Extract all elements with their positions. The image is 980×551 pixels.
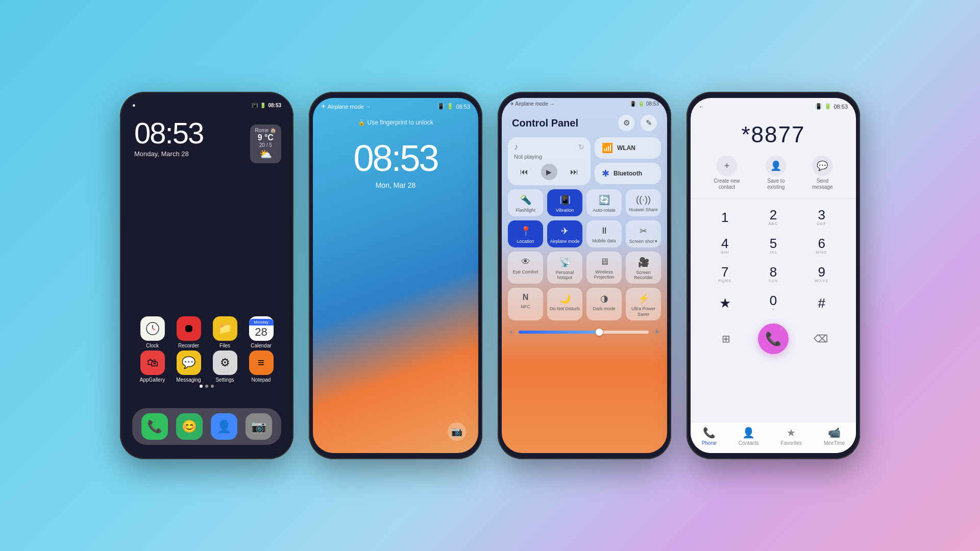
key-2[interactable]: 2 ABC [755,204,792,231]
hotspot-icon: 📡 [559,257,571,268]
toggle-nfc[interactable]: N NFC [508,288,543,320]
dialer-number-display: *8877 [691,112,856,154]
create-contact-button[interactable]: + Create newcontact [714,156,740,190]
lock-status-right: 📳 🔋 08:53 [437,103,470,110]
dialer-status-bar: ← 📳 🔋 08:53 [691,98,856,112]
toggle-eye-comfort[interactable]: 👁 Eye Comfort [508,252,543,284]
messaging-icon: 💬 [177,350,201,375]
notepad-icon: ≡ [249,350,274,375]
bluetooth-button[interactable]: ✱ Bluetooth [595,163,661,184]
recorder-label: Recorder [173,343,205,348]
wireless-proj-icon: 🖥 [600,257,609,267]
home-screen: ● 📳 🔋 08:53 08:53 Monday, March 28 Rome … [124,98,289,453]
delete-button[interactable]: ⌫ [802,325,839,352]
app-messaging[interactable]: 💬 Messaging [173,350,205,383]
wlan-button[interactable]: 📶 WLAN [595,137,661,159]
app-appgallery[interactable]: 🛍 AppGallery [136,350,169,383]
cp-edit-button[interactable]: ✎ [641,115,657,131]
nav-meetme[interactable]: 📹 MeeTime [824,427,845,446]
dialer-left-dot: ← [699,104,704,110]
brightness-control: ☀ ☀ [508,324,661,340]
settings-icon: ⚙ [213,350,237,375]
toggle-wireless-proj[interactable]: 🖥 Wireless Projection [586,252,622,284]
calendar-icon: Monday 28 [249,316,274,341]
app-files[interactable]: 📁 Files [209,316,241,348]
toggle-airplane[interactable]: ✈ Airplane mode [547,220,582,247]
toggle-autorotate[interactable]: 🔄 Auto-rotate [586,189,622,216]
toggle-location[interactable]: 📍 Location [508,220,543,247]
nav-phone-label: Phone [702,440,717,446]
nav-favorites[interactable]: ★ Favorites [781,427,802,446]
dot-1 [200,385,203,388]
key-3-num: 3 [818,208,825,221]
key-6[interactable]: 6 MNO [803,233,840,259]
play-button[interactable]: ▶ [541,164,557,180]
control-screen: ✈ Airplane mode → 📳 🔋 08:53 Control Pane… [502,98,667,453]
cp-settings-button[interactable]: ⚙ [618,115,634,131]
nav-meetme-label: MeeTime [824,440,845,446]
toggle-vibration[interactable]: 📳 Vibration [547,189,582,216]
key-4-num: 4 [721,237,728,250]
lock-camera-button[interactable]: 📷 [448,422,466,441]
lock-status-bar: ✈ Airplane mode → 📳 🔋 08:53 [313,98,478,112]
cp-header-icons: ⚙ ✎ [618,115,657,131]
grid-button[interactable]: ⊞ [707,325,744,352]
lock-date: Mon, Mar 28 [313,181,478,189]
key-1[interactable]: 1 [706,204,743,231]
brightness-fill [519,331,599,334]
app-clock[interactable]: Clock [136,316,169,348]
nav-favorites-icon: ★ [787,427,796,439]
cp-media-label: Not playing [514,154,584,160]
lock-icon: 🔒 [358,119,365,126]
key-3[interactable]: 3 DEF [803,204,840,231]
next-button[interactable]: ⏭ [570,167,578,177]
app-notepad[interactable]: ≡ Notepad [245,350,278,383]
flashlight-icon: 🔦 [520,194,531,206]
dialer-bottom-row: ⊞ 📞 ⌫ [691,321,856,356]
vibration-label: Vibration [556,208,574,213]
dock-facetime[interactable]: 😊 [176,413,203,440]
key-0[interactable]: 0 + [755,290,792,316]
app-settings[interactable]: ⚙ Settings [209,350,241,383]
toggle-dark-mode[interactable]: ◑ Dark mode [586,288,622,320]
toggle-screenshot[interactable]: ✂ Screen shot ▾ [626,220,661,247]
settings-label: Settings [209,377,241,383]
lock-vibrate-icon: 📳 [437,103,445,110]
app-recorder[interactable]: ⏺ Recorder [173,316,205,348]
toggle-ultra-power[interactable]: ⚡ Ultra Power Saver [626,288,661,320]
send-message-button[interactable]: 💬 Sendmessage [812,156,833,190]
key-5[interactable]: 5 JKL [755,233,792,259]
call-button[interactable]: 📞 [758,323,789,354]
nav-contacts[interactable]: 👤 Contacts [739,427,758,446]
dock-phone[interactable]: 📞 [141,413,168,440]
key-8[interactable]: 8 TUV [755,261,792,288]
eye-comfort-label: Eye Comfort [512,269,538,275]
key-star[interactable]: ★ [706,290,743,316]
cp-media-controls: ⏮ ▶ ⏭ [514,164,584,180]
screenshot-icon: ✂ [640,226,647,237]
app-calendar[interactable]: Monday 28 Calendar [245,316,278,348]
key-hash-num: # [818,296,825,310]
key-9[interactable]: 9 WXYZ [803,261,840,288]
bluetooth-label: Bluetooth [614,170,642,177]
key-2-num: 2 [770,208,777,221]
wlan-label: WLAN [617,144,635,152]
save-existing-button[interactable]: 👤 Save toexisting [766,156,786,190]
key-4[interactable]: 4 GHI [706,233,743,259]
key-9-num: 9 [818,265,825,279]
key-7[interactable]: 7 PQRS [706,261,743,288]
toggle-dnd[interactable]: 🌙 Do Not Disturb [547,288,582,320]
toggle-mobile-data[interactable]: ⏸ Mobile data [586,220,622,247]
key-5-sub: JKL [769,250,778,255]
dock-contacts[interactable]: 👤 [211,413,237,440]
key-hash[interactable]: # [803,290,840,316]
toggle-hotspot[interactable]: 📡 Personal hotspot [547,252,582,284]
toggle-flashlight[interactable]: 🔦 Flashlight [508,189,543,216]
toggle-huawei-share[interactable]: ((·)) Huawei Share [626,189,661,216]
dock-camera[interactable]: 📷 [246,413,272,440]
toggle-screen-recorder[interactable]: 🎥 Screen Recorder [626,252,661,284]
cp-battery-icon: 🔋 [638,101,644,107]
brightness-slider[interactable] [519,331,649,334]
nav-phone[interactable]: 📞 Phone [702,427,717,446]
prev-button[interactable]: ⏮ [520,167,528,177]
